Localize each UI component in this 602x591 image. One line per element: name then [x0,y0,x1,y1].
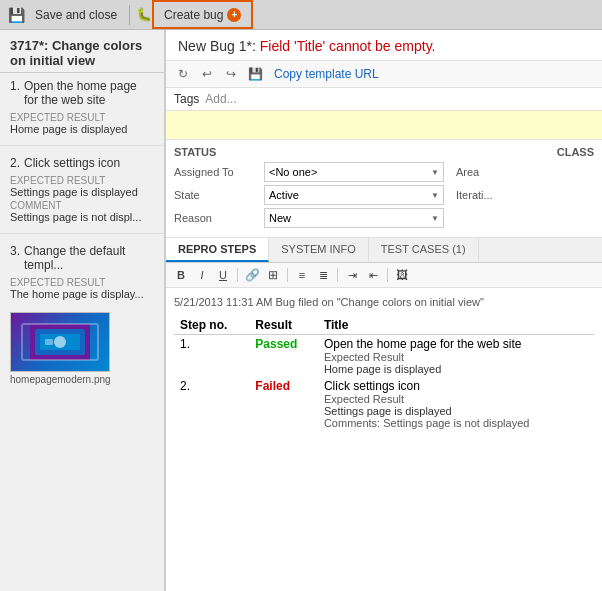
step-2-expected: Settings page is displayed [10,186,154,198]
save-and-close-label: Save and close [35,8,117,22]
main-toolbar: 💾 Save and close 🐛 Create bug + [0,0,602,30]
image-button[interactable]: 🖼 [393,266,411,284]
tab-test-cases[interactable]: TEST CASES (1) [369,238,479,262]
step-1-expected: Home page is displayed [10,123,154,135]
svg-rect-0 [30,324,90,360]
bug-header: New Bug 1*: Field 'Title' cannot be empt… [166,30,602,61]
rich-separator-4 [387,268,388,282]
step-2-comment: Settings page is not displ... [10,211,154,223]
state-row: State Active ▼ Iterati... [174,185,594,205]
assigned-to-value: <No one> [269,166,317,178]
left-panel: 3717*: Change colors on initial view 1. … [0,30,165,591]
area-label: Area [456,166,479,178]
expected-label-2: Expected Result [324,393,588,405]
state-dropdown[interactable]: Active ▼ [264,185,444,205]
thumbnail-image [10,312,110,372]
step-2-comment-label: COMMENT [10,200,154,211]
save-form-icon[interactable]: 💾 [246,65,264,83]
bug-title-input[interactable] [174,115,594,135]
expected-text-1: Home page is displayed [324,363,588,375]
iteration-label: Iterati... [456,189,493,201]
state-arrow: ▼ [431,191,439,200]
table-row: 2. Failed Click settings icon Expected R… [174,377,594,431]
bug-title-prefix: New Bug 1*: Field 'Title' cannot be empt… [178,38,435,54]
tags-row: Tags Add... [166,88,602,111]
unordered-list-button[interactable]: ≡ [293,266,311,284]
step-1-number: 1. [10,79,20,109]
svg-rect-1 [35,329,85,355]
copy-template-url-link[interactable]: Copy template URL [274,67,379,81]
state-value: Active [269,189,299,201]
title-cell-1: Open the home page for the web site Expe… [318,335,594,378]
status-section: STATUS CLASS Assigned To <No one> ▼ Area… [166,140,602,238]
rich-text-toolbar: B I U 🔗 ⊞ ≡ ≣ ⇥ ⇤ 🖼 [166,263,602,288]
test-case-title: 3717*: Change colors on initial view [0,30,164,73]
bug-form-panel: New Bug 1*: Field 'Title' cannot be empt… [165,30,602,591]
create-bug-button[interactable]: Create bug + [152,0,253,29]
undo-icon[interactable]: ↩ [198,65,216,83]
reason-row: Reason New ▼ [174,208,594,228]
main-container: 3717*: Change colors on initial view 1. … [0,30,602,591]
bug-date-header: 5/21/2013 11:31 AM Bug filed on "Change … [174,296,594,308]
ordered-list-button[interactable]: ≣ [314,266,332,284]
link-button[interactable]: 🔗 [243,266,261,284]
step-3-expected-label: EXPECTED RESULT [10,277,154,288]
expected-text-2: Settings page is displayed [324,405,588,417]
tabs-bar: REPRO STEPS SYSTEM INFO TEST CASES (1) [166,238,602,263]
class-label: CLASS [557,146,594,158]
result-2: Failed [249,377,318,431]
bold-button[interactable]: B [172,266,190,284]
tab-system-info[interactable]: SYSTEM INFO [269,238,369,262]
table-row: 1. Passed Open the home page for the web… [174,335,594,378]
tab-repro-steps[interactable]: REPRO STEPS [166,238,269,262]
assigned-to-label: Assigned To [174,166,264,178]
rich-separator-2 [287,268,288,282]
step-2-number: 2. [10,156,20,172]
step-2-text: Click settings icon [24,156,120,170]
tags-add-link[interactable]: Add... [205,92,236,106]
test-step-2: 2. Click settings icon EXPECTED RESULT S… [0,150,164,229]
outdent-button[interactable]: ⇤ [364,266,382,284]
step-3-text: Change the default templ... [24,244,154,272]
reason-label: Reason [174,212,264,224]
bug-content: 5/21/2013 11:31 AM Bug filed on "Change … [166,288,602,591]
step-3-expected: The home page is display... [10,288,154,300]
assigned-to-row: Assigned To <No one> ▼ Area [174,162,594,182]
comments-label-2: Comments: Settings page is not displayed [324,417,588,429]
svg-rect-2 [40,334,80,350]
step-title-2: Click settings icon [324,379,588,393]
result-1: Passed [249,335,318,378]
step-3-number: 3. [10,244,20,274]
step-separator-1 [0,145,164,146]
test-step-1: 1. Open the home page for the web site E… [0,73,164,141]
bug-icon: 🐛 [136,7,152,22]
thumbnail-label: homepagemodern.png [10,374,154,385]
result-passed-1: Passed [255,337,297,351]
reason-dropdown[interactable]: New ▼ [264,208,444,228]
save-and-close-button[interactable]: Save and close [25,0,127,29]
step-title-1: Open the home page for the web site [324,337,588,351]
assigned-to-dropdown[interactable]: <No one> ▼ [264,162,444,182]
bug-title-prefix-text: New Bug 1*: [178,38,260,54]
title-cell-2: Click settings icon Expected Result Sett… [318,377,594,431]
step-separator-2 [0,233,164,234]
bug-title-error-text: Field 'Title' cannot be empty. [260,38,436,54]
rich-separator-1 [237,268,238,282]
step-no-1: 1. [174,335,249,378]
svg-rect-4 [45,339,53,345]
col-title: Title [318,316,594,335]
underline-button[interactable]: U [214,266,232,284]
indent-button[interactable]: ⇥ [343,266,361,284]
save-icon: 💾 [8,7,25,23]
status-section-header: STATUS CLASS [174,146,594,158]
italic-button[interactable]: I [193,266,211,284]
expected-label-1: Expected Result [324,351,588,363]
tags-label: Tags [174,92,199,106]
title-input-area [166,111,602,140]
step-1-text: Open the home page for the web site [24,79,154,107]
table-button[interactable]: ⊞ [264,266,282,284]
redo-icon[interactable]: ↪ [222,65,240,83]
reason-value: New [269,212,291,224]
refresh-icon[interactable]: ↻ [174,65,192,83]
state-label: State [174,189,264,201]
